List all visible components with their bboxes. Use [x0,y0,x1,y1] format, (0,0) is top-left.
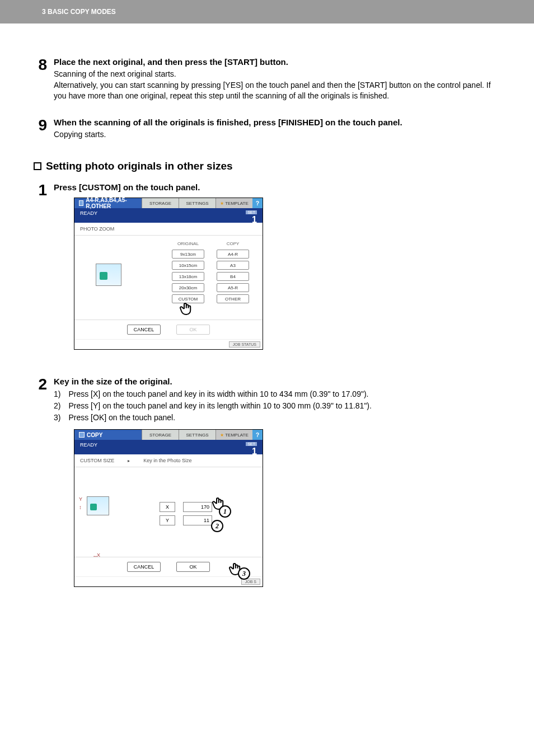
step-title: Press [CUSTOM] on the touch panel. [54,182,500,192]
x-row: X 170 [160,502,212,512]
set-badge: SET [246,442,257,446]
size-button[interactable]: 9x13cm [172,250,204,259]
breadcrumb-arrow-icon: ▸ [128,458,130,463]
chapter-text: 3 BASIC COPY MODES [42,8,116,16]
panel-footer: CANCEL OK 3 [74,557,263,576]
step-2: 2 Key in the size of the original. 1) Pr… [34,377,500,598]
copy-icon [79,432,85,438]
panel-status-bar: READY SET 1 [74,440,263,454]
substep: 1) Press [X] on the touch panel and key … [54,388,500,400]
panel-topbar: COPY STORAGE SETTINGS ★TEMPLATE ? [74,430,263,440]
y-axis-label: Y [79,496,82,502]
tab-template[interactable]: ★TEMPLATE [216,430,252,440]
size-button[interactable]: A3 [217,261,249,270]
star-icon: ★ [220,433,224,438]
mode-sublabel: Key in the Photo Size [143,458,191,463]
help-button[interactable]: ? [252,198,263,208]
step-body: Key in the size of the original. 1) Pres… [54,377,500,598]
step-title: When the scanning of all the originals i… [54,118,500,127]
column-header: COPY [217,241,249,246]
tab-storage[interactable]: STORAGE [142,198,179,208]
hand-pointer-icon [179,300,195,317]
square-bullet-icon [34,162,41,170]
photo-thumbnail-icon [96,264,121,286]
ok-button[interactable]: OK [176,562,210,572]
job-status-row: JOB S [74,576,263,586]
photo-thumbnail-icon [87,496,109,515]
tab-settings[interactable]: SETTINGS [179,430,216,440]
step-number: 1 [34,182,54,361]
x-button[interactable]: X [160,502,175,512]
dimension-diagram: Y ↕ ↔ X [87,496,137,551]
job-status-row: JOB STATUS [74,339,263,349]
panel-status-bar: READY SET 1 [74,208,263,223]
step-9: 9 When the scanning of all the originals… [34,118,500,140]
chapter-header: 3 BASIC COPY MODES [0,0,534,24]
tab-storage[interactable]: STORAGE [142,430,179,440]
step-1: 1 Press [CUSTOM] on the touch panel. A4-… [34,182,500,361]
panel-tabs: STORAGE SETTINGS ★TEMPLATE [142,198,252,208]
panel-main-area: ORIGINAL 9x13cm 10x15cm 13x18cm 20x30cm … [74,236,263,320]
job-status-button[interactable]: JOB S [241,579,260,585]
step-number: 9 [34,118,54,140]
x-value-field[interactable]: 170 [183,502,212,512]
step-body: Press [CUSTOM] on the touch panel. A4-R,… [54,182,500,361]
substep: 3) Press [OK] on the touch panel. [54,412,500,424]
copy-count: 1 [246,447,257,456]
callout-2: 2 [211,520,223,532]
mode-label: PHOTO ZOOM [74,223,263,236]
mode-label: CUSTOM SIZE [80,458,114,463]
panel-main-area: Y ↕ ↔ X X 170 Y 11 [74,467,263,557]
step-number: 2 [34,377,54,598]
copy-count: 1 [246,215,257,224]
step-body: When the scanning of all the originals i… [54,118,500,140]
section-heading: Setting photo originals in other sizes [34,160,500,172]
size-button[interactable]: B4 [217,272,249,281]
tab-template[interactable]: ★TEMPLATE [216,198,252,208]
copy-mode-badge: COPY [74,430,142,440]
copy-column: COPY A4-R A3 B4 A5-R OTHER [217,241,249,314]
touch-panel-screenshot-1: A4-R,A3,B4,A5-R,OTHER STORAGE SETTINGS ★… [74,198,263,350]
callout-1: 1 [219,505,231,518]
xy-inputs: X 170 Y 11 [160,502,212,551]
size-button[interactable]: 20x30cm [172,283,204,292]
step-number: 8 [34,57,54,102]
step-desc-line: Copying starts. [54,129,500,140]
size-button[interactable]: A5-R [217,283,249,292]
panel-tabs: STORAGE SETTINGS ★TEMPLATE [142,430,252,440]
size-button[interactable]: 13x18cm [172,272,204,281]
copy-mode-badge: A4-R,A3,B4,A5-R,OTHER [74,198,142,208]
substep: 2) Press [Y] on the touch panel and key … [54,400,500,412]
copy-label: COPY [87,432,102,438]
substeps-list: 1) Press [X] on the touch panel and key … [54,388,500,424]
set-badge: SET [246,210,257,214]
cancel-button[interactable]: CANCEL [127,325,161,335]
job-status-button[interactable]: JOB STATUS [229,341,260,348]
arrow-icon: ↕ [79,504,82,510]
panel-footer: CANCEL OK [74,320,263,339]
panel-topbar: A4-R,A3,B4,A5-R,OTHER STORAGE SETTINGS ★… [74,198,263,208]
touch-panel-screenshot-2: COPY STORAGE SETTINGS ★TEMPLATE ? READY … [74,429,263,587]
copy-icon [79,200,83,206]
other-button[interactable]: OTHER [217,294,249,303]
y-button[interactable]: Y [160,515,175,525]
tab-settings[interactable]: SETTINGS [179,198,216,208]
y-value-field[interactable]: 11 [183,515,212,525]
help-button[interactable]: ? [252,430,263,440]
ready-label: READY [80,442,97,448]
column-header: ORIGINAL [172,241,204,246]
ok-button[interactable]: OK [176,325,210,335]
step-desc-line: Scanning of the next original starts. [54,69,500,80]
step-desc-line: Alternatively, you can start scanning by… [54,80,500,102]
copy-label: A4-R,A3,B4,A5-R,OTHER [86,197,137,209]
step-body: Place the next original, and then press … [54,57,500,102]
size-button[interactable]: A4-R [217,250,249,259]
step-title: Place the next original, and then press … [54,57,500,67]
cancel-button[interactable]: CANCEL [127,562,161,572]
star-icon: ★ [220,201,224,206]
size-button[interactable]: 10x15cm [172,261,204,270]
page-content: 8 Place the next original, and then pres… [0,24,534,598]
y-row: Y 11 [160,515,212,525]
step-title: Key in the size of the original. [54,377,500,386]
step-8: 8 Place the next original, and then pres… [34,57,500,102]
